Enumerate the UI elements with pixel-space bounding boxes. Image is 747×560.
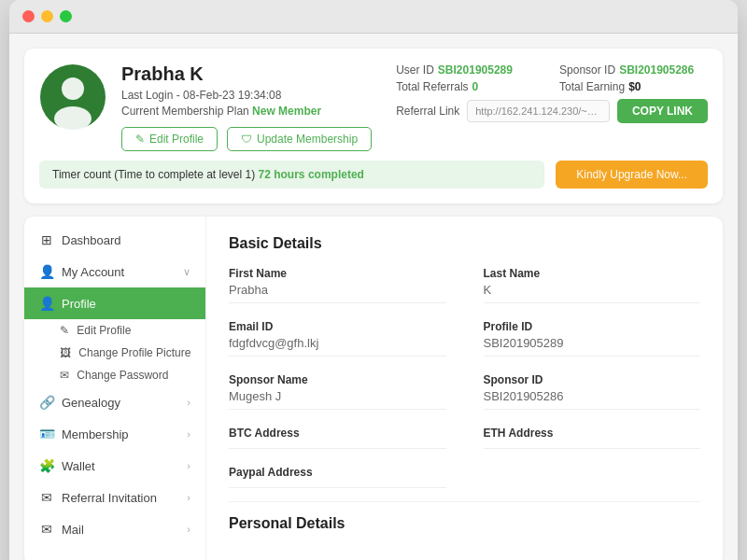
edit-icon: ✎: [135, 133, 145, 146]
last-name-value: K: [484, 283, 701, 303]
profile-card: Prabha K Last Login - 08-Feb-23 19:34:08…: [24, 49, 723, 203]
sidebar-label-profile: Profile: [62, 297, 96, 311]
sidebar-label-mail: Mail: [62, 523, 84, 537]
profile-id-value: SBI201905289: [484, 336, 701, 357]
profile-id-field: Profile ID SBI201905289: [484, 320, 701, 357]
sidebar-item-dashboard[interactable]: ⊞ Dashboard: [24, 224, 205, 256]
chevron-right-icon-5: ›: [187, 524, 190, 535]
paypal-field: Paypal Address: [229, 466, 446, 488]
eth-address-value: [484, 442, 701, 449]
total-referrals-value: 0: [472, 80, 479, 93]
maximize-button[interactable]: [60, 10, 72, 22]
profile-top: Prabha K Last Login - 08-Feb-23 19:34:08…: [39, 63, 708, 151]
close-button[interactable]: [22, 10, 35, 22]
sidebar-item-profile[interactable]: 👤 Profile: [24, 287, 205, 319]
profile-name: Prabha K: [121, 63, 381, 85]
edit-profile-button[interactable]: ✎ Edit Profile: [121, 127, 218, 151]
sidebar-item-membership[interactable]: 🪪 Membership ›: [24, 418, 205, 450]
sidebar-item-mail[interactable]: ✉ Mail ›: [24, 513, 205, 545]
referral-icon: ✉: [39, 490, 54, 505]
profile-icon: 👤: [39, 296, 54, 311]
profile-actions: ✎ Edit Profile 🛡 Update Membership: [121, 127, 381, 151]
btc-address-field: BTC Address: [229, 427, 446, 449]
mail-icon: ✉: [39, 522, 54, 537]
chevron-right-icon: ›: [187, 397, 190, 408]
sponsor-id-value: SBI201905286: [619, 63, 694, 77]
user-id-row: User ID SBI201905289: [396, 63, 544, 77]
sidebar-item-change-password[interactable]: ✉ Change Password: [24, 364, 205, 386]
upgrade-button[interactable]: Kindly Upgrade Now...: [556, 161, 708, 189]
sponsor-id-row: Sponsor ID SBI201905286: [559, 63, 708, 77]
first-name-field: First Name Prabha: [229, 267, 446, 303]
profile-last-login: Last Login - 08-Feb-23 19:34:08: [121, 89, 381, 102]
last-name-field: Last Name K: [484, 267, 701, 303]
edit-profile-icon: ✎: [60, 324, 69, 337]
app-window: Prabha K Last Login - 08-Feb-23 19:34:08…: [9, 0, 738, 560]
genealogy-icon: 🔗: [39, 395, 54, 410]
svg-point-1: [62, 77, 84, 100]
referral-link-input[interactable]: [467, 100, 610, 122]
sponsor-name-value: Mugesh J: [229, 389, 446, 410]
sidebar-item-edit-profile[interactable]: ✎ Edit Profile: [24, 319, 205, 342]
sidebar-label-change-picture: Change Profile Picture: [78, 346, 190, 359]
sidebar: ⊞ Dashboard 👤 My Account ∨ 👤 Profile: [24, 217, 206, 560]
sidebar-item-genealogy[interactable]: 🔗 Genealogy ›: [24, 386, 205, 418]
sidebar-label-my-account: My Account: [62, 265, 124, 279]
bottom-banner: Timer count (Time to complete at level 1…: [39, 161, 708, 189]
wallet-icon: 🧩: [39, 458, 54, 473]
title-bar: [9, 0, 738, 34]
profile-plan: Current Membership Plan New Member: [121, 105, 381, 118]
picture-icon: 🖼: [60, 346, 71, 359]
sidebar-label-change-password: Change Password: [77, 369, 168, 382]
account-icon: 👤: [39, 264, 54, 279]
eth-address-field: ETH Address: [484, 427, 701, 449]
personal-details-title: Personal Details: [229, 515, 700, 532]
sponsor-id-field: Sponsor ID SBI201905286: [484, 373, 701, 410]
plan-badge: New Member: [252, 105, 321, 118]
email-value: fdgfdvcg@gfh.lkj: [229, 336, 446, 357]
total-earning-row: Total Earning $0: [559, 80, 708, 93]
paypal-value: [229, 482, 446, 488]
section-divider: [229, 501, 700, 502]
timer-completed: 72 hours completed: [259, 168, 364, 181]
main-area: ⊞ Dashboard 👤 My Account ∨ 👤 Profile: [24, 217, 723, 560]
chevron-down-icon: ∨: [183, 266, 190, 278]
membership-icon: 🪪: [39, 427, 54, 441]
basic-details-grid: First Name Prabha Last Name K Email ID f…: [229, 267, 700, 488]
copy-link-button[interactable]: COPY LINK: [617, 99, 708, 123]
timer-banner: Timer count (Time to complete at level 1…: [39, 161, 544, 189]
referral-link-row: Referral Link COPY LINK: [396, 99, 708, 123]
profile-info: Prabha K Last Login - 08-Feb-23 19:34:08…: [121, 63, 381, 151]
basic-details-title: Basic Details: [229, 235, 700, 252]
avatar: [39, 63, 106, 131]
window-body: Prabha K Last Login - 08-Feb-23 19:34:08…: [9, 34, 738, 560]
password-icon: ✉: [60, 369, 69, 382]
btc-address-value: [229, 442, 446, 449]
profile-stats: User ID SBI201905289 Sponsor ID SBI20190…: [396, 63, 708, 123]
sidebar-item-change-profile-picture[interactable]: 🖼 Change Profile Picture: [24, 342, 205, 364]
traffic-lights: [22, 10, 72, 22]
update-membership-button[interactable]: 🛡 Update Membership: [227, 127, 372, 151]
content-area: Basic Details First Name Prabha Last Nam…: [206, 217, 723, 560]
sidebar-item-my-account[interactable]: 👤 My Account ∨: [24, 256, 205, 287]
sidebar-label-genealogy: Genealogy: [62, 396, 120, 410]
minimize-button[interactable]: [41, 10, 53, 22]
shield-icon: 🛡: [241, 133, 252, 146]
dashboard-icon: ⊞: [39, 232, 54, 247]
first-name-value: Prabha: [229, 283, 446, 303]
sidebar-label-wallet: Wallet: [62, 459, 95, 473]
total-referrals-row: Total Referrals 0: [396, 80, 544, 93]
sidebar-label-membership: Membership: [62, 427, 129, 441]
total-earning-value: $0: [628, 80, 641, 93]
chevron-right-icon-4: ›: [187, 492, 190, 503]
sidebar-label-dashboard: Dashboard: [62, 233, 121, 247]
sidebar-label-referral: Referral Invitation: [62, 491, 157, 505]
sidebar-item-referral-invitation[interactable]: ✉ Referral Invitation ›: [24, 482, 205, 513]
sidebar-item-wallet[interactable]: 🧩 Wallet ›: [24, 450, 205, 482]
chevron-right-icon-3: ›: [187, 460, 190, 471]
sponsor-name-field: Sponsor Name Mugesh J: [229, 373, 446, 410]
user-id-value: SBI201905289: [438, 63, 513, 77]
svg-point-2: [54, 106, 92, 130]
chevron-right-icon-2: ›: [187, 428, 190, 440]
sponsor-id-value-2: SBI201905286: [484, 389, 701, 410]
